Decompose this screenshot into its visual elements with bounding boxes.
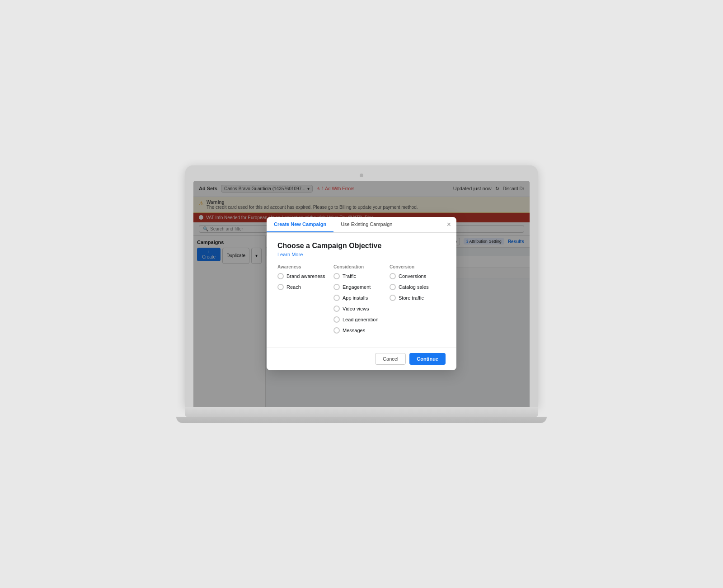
use-existing-label: Use Existing Campaign bbox=[341, 221, 392, 227]
conversion-column: Conversion Conversions Catalog sales bbox=[390, 264, 446, 338]
app-installs-label: App installs bbox=[343, 295, 368, 301]
objective-video-views[interactable]: Video views bbox=[333, 306, 384, 312]
awareness-title: Awareness bbox=[277, 264, 328, 269]
modal-body: Choose a Campaign Objective Learn More A… bbox=[267, 233, 456, 347]
modal-overlay: Create New Campaign Use Existing Campaig… bbox=[193, 181, 530, 407]
campaign-objective-modal: Create New Campaign Use Existing Campaig… bbox=[267, 217, 456, 370]
continue-button[interactable]: Continue bbox=[409, 353, 446, 365]
awareness-column: Awareness Brand awareness Reach bbox=[277, 264, 333, 338]
radio-reach[interactable] bbox=[277, 284, 284, 290]
brand-awareness-label: Brand awareness bbox=[286, 273, 325, 279]
radio-engagement[interactable] bbox=[333, 284, 340, 290]
objective-messages[interactable]: Messages bbox=[333, 327, 384, 334]
traffic-label: Traffic bbox=[343, 273, 356, 279]
cancel-button[interactable]: Cancel bbox=[375, 353, 406, 365]
laptop-screen: Ad Sets Carlos Bravo Guardiola (14357601… bbox=[185, 165, 538, 407]
radio-catalog-sales[interactable] bbox=[390, 284, 396, 290]
consideration-column: Consideration Traffic Engagement bbox=[333, 264, 390, 338]
conversions-label: Conversions bbox=[399, 273, 426, 279]
radio-store-traffic[interactable] bbox=[390, 295, 396, 301]
radio-brand-awareness[interactable] bbox=[277, 273, 284, 279]
engagement-label: Engagement bbox=[343, 284, 371, 290]
modal-footer: Cancel Continue bbox=[267, 347, 456, 370]
catalog-sales-label: Catalog sales bbox=[399, 284, 429, 290]
store-traffic-label: Store traffic bbox=[399, 295, 424, 301]
laptop-wrapper: Ad Sets Carlos Bravo Guardiola (14357601… bbox=[185, 165, 538, 423]
radio-video-views[interactable] bbox=[333, 306, 340, 312]
objective-catalog-sales[interactable]: Catalog sales bbox=[390, 284, 440, 290]
objective-brand-awareness[interactable]: Brand awareness bbox=[277, 273, 328, 279]
objective-engagement[interactable]: Engagement bbox=[333, 284, 384, 290]
browser-content: Ad Sets Carlos Bravo Guardiola (14357601… bbox=[193, 181, 530, 407]
conversion-title: Conversion bbox=[390, 264, 440, 269]
objective-conversions[interactable]: Conversions bbox=[390, 273, 440, 279]
modal-title: Choose a Campaign Objective bbox=[277, 242, 446, 250]
consideration-title: Consideration bbox=[333, 264, 384, 269]
lead-generation-label: Lead generation bbox=[343, 317, 379, 322]
objective-traffic[interactable]: Traffic bbox=[333, 273, 384, 279]
learn-more-link[interactable]: Learn More bbox=[277, 252, 446, 257]
laptop-base bbox=[185, 407, 538, 417]
tab-use-existing[interactable]: Use Existing Campaign bbox=[333, 217, 399, 232]
objective-store-traffic[interactable]: Store traffic bbox=[390, 295, 440, 301]
modal-close-button[interactable]: × bbox=[441, 217, 456, 232]
laptop-foot bbox=[176, 417, 547, 423]
tab-create-new[interactable]: Create New Campaign bbox=[267, 217, 333, 232]
objective-lead-generation[interactable]: Lead generation bbox=[333, 316, 384, 323]
camera-icon bbox=[360, 174, 363, 177]
radio-conversions[interactable] bbox=[390, 273, 396, 279]
screen-content: Ad Sets Carlos Bravo Guardiola (14357601… bbox=[193, 181, 530, 407]
radio-lead-generation[interactable] bbox=[333, 316, 340, 323]
objective-reach[interactable]: Reach bbox=[277, 284, 328, 290]
messages-label: Messages bbox=[343, 328, 365, 333]
radio-messages[interactable] bbox=[333, 327, 340, 334]
modal-tabs: Create New Campaign Use Existing Campaig… bbox=[267, 217, 456, 233]
objectives-grid: Awareness Brand awareness Reach bbox=[277, 264, 446, 338]
reach-label: Reach bbox=[286, 284, 301, 290]
radio-traffic[interactable] bbox=[333, 273, 340, 279]
radio-app-installs[interactable] bbox=[333, 295, 340, 301]
objective-app-installs[interactable]: App installs bbox=[333, 295, 384, 301]
video-views-label: Video views bbox=[343, 306, 369, 311]
create-new-label: Create New Campaign bbox=[274, 221, 326, 227]
